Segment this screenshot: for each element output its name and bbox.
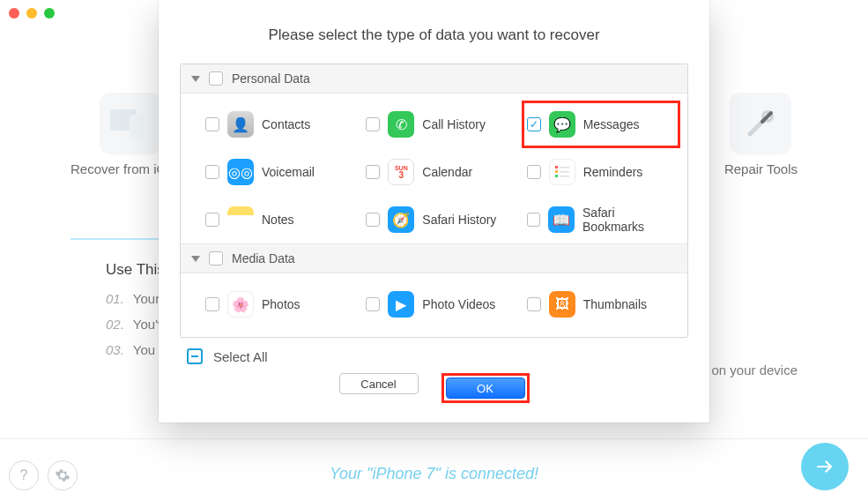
photos-icon: 🌸 — [227, 291, 254, 318]
mode-repair-tools[interactable]: Repair Tools — [724, 93, 798, 176]
svg-rect-7 — [560, 167, 569, 168]
close-icon[interactable] — [9, 8, 19, 19]
checkbox[interactable]: ✓ — [527, 117, 541, 131]
modal-title: Please select the type of data you want … — [180, 26, 688, 44]
item-calendar[interactable]: SUN3Calendar — [366, 148, 526, 196]
media-grid: 🌸Photos ▶Photo Videos 🖼Thumbnails — [181, 273, 687, 337]
thumbnails-icon: 🖼 — [549, 291, 575, 318]
safari-bookmarks-icon: 📖 — [548, 206, 575, 233]
checkbox[interactable] — [366, 297, 380, 311]
checkbox[interactable] — [205, 213, 219, 227]
svg-rect-4 — [555, 166, 558, 168]
proceed-button[interactable] — [801, 443, 849, 490]
checkbox[interactable] — [366, 117, 380, 131]
ok-button[interactable]: OK — [446, 378, 525, 399]
item-voicemail[interactable]: ◎◎Voicemail — [205, 148, 366, 196]
item-safari-bookmarks[interactable]: 📖Safari Bookmarks — [527, 196, 687, 243]
messages-icon: 💬 — [549, 111, 575, 138]
maximize-icon[interactable] — [44, 8, 55, 19]
item-messages[interactable]: ✓💬Messages — [522, 101, 680, 148]
active-underline — [70, 238, 172, 240]
voicemail-icon: ◎◎ — [227, 159, 254, 185]
select-all-label: Select All — [213, 349, 268, 364]
section-label: Personal Data — [232, 71, 310, 86]
checkbox[interactable] — [205, 165, 219, 179]
select-data-modal: Please select the type of data you want … — [159, 0, 709, 422]
status-bar: Your "iPhone 7" is connected! — [0, 465, 868, 483]
help-button[interactable]: ? — [9, 460, 39, 490]
checkbox[interactable] — [205, 297, 219, 311]
settings-button[interactable] — [48, 460, 78, 490]
item-photo-videos[interactable]: ▶Photo Videos — [366, 280, 526, 328]
photo-videos-icon: ▶ — [388, 291, 414, 318]
checkbox[interactable] — [527, 165, 541, 179]
reminders-icon — [549, 159, 575, 185]
select-all-row[interactable]: Select All — [180, 338, 688, 364]
notes-icon — [227, 206, 254, 233]
arrow-right-icon — [813, 455, 836, 478]
data-panel: Personal Data 👤Contacts ✆Call History ✓💬… — [180, 64, 688, 338]
phone-icon: ✆ — [388, 111, 414, 138]
checkbox[interactable] — [366, 213, 380, 227]
mode-label: Repair Tools — [724, 161, 798, 176]
item-safari-history[interactable]: 🧭Safari History — [366, 196, 526, 243]
checkbox[interactable] — [527, 213, 541, 227]
chevron-down-icon — [191, 76, 200, 82]
personal-grid: 👤Contacts ✆Call History ✓💬Messages ◎◎Voi… — [181, 93, 687, 243]
section-personal[interactable]: Personal Data — [181, 64, 687, 93]
section-label: Media Data — [232, 251, 295, 265]
section-checkbox[interactable] — [209, 71, 223, 86]
svg-rect-6 — [555, 175, 558, 177]
item-thumbnails[interactable]: 🖼Thumbnails — [527, 280, 687, 328]
checkbox[interactable] — [527, 297, 541, 311]
item-contacts[interactable]: 👤Contacts — [205, 101, 366, 148]
window-traffic-lights — [9, 8, 55, 19]
svg-rect-1 — [130, 115, 144, 139]
wrench-icon — [730, 93, 791, 154]
item-notes[interactable]: Notes — [205, 196, 366, 243]
chevron-down-icon — [191, 256, 200, 262]
checkbox[interactable] — [366, 165, 380, 179]
cancel-button[interactable]: Cancel — [339, 373, 419, 394]
safari-history-icon: 🧭 — [388, 206, 414, 233]
section-checkbox[interactable] — [209, 251, 223, 265]
devices-icon — [100, 93, 161, 154]
divider — [0, 438, 868, 439]
svg-rect-8 — [560, 171, 569, 173]
select-all-checkbox[interactable] — [187, 348, 203, 364]
contacts-icon: 👤 — [227, 111, 254, 138]
checkbox[interactable] — [205, 117, 219, 131]
gear-icon — [55, 467, 70, 483]
svg-rect-9 — [560, 176, 569, 177]
modal-buttons: Cancel OK — [180, 373, 688, 403]
item-call-history[interactable]: ✆Call History — [366, 101, 526, 148]
item-reminders[interactable]: Reminders — [527, 148, 687, 196]
minimize-icon[interactable] — [26, 8, 37, 19]
calendar-icon: SUN3 — [388, 159, 414, 185]
svg-rect-5 — [555, 170, 558, 173]
ok-highlight: OK — [441, 373, 530, 403]
item-photos[interactable]: 🌸Photos — [205, 280, 366, 328]
section-media[interactable]: Media Data — [181, 243, 687, 273]
